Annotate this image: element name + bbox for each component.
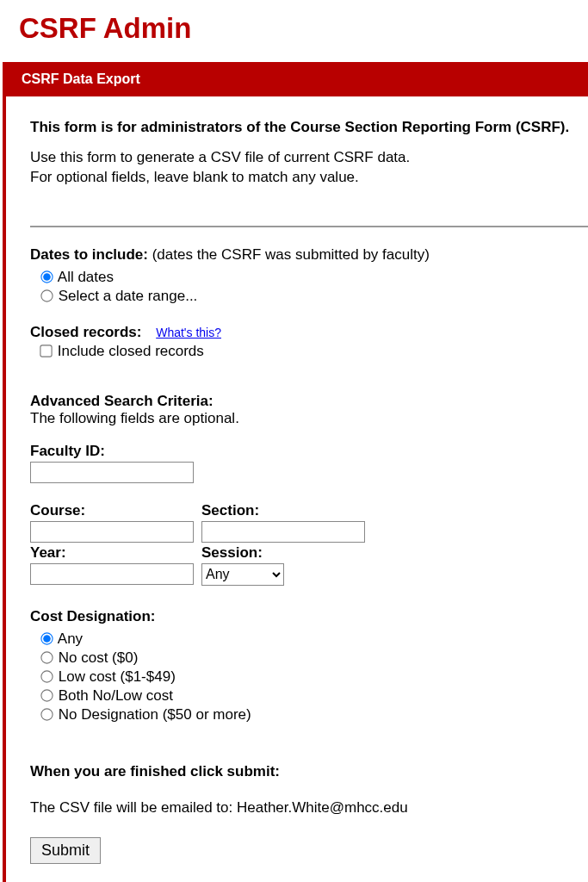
email-prefix: The CSV file will be emailed to: — [30, 799, 237, 816]
section-label: Section: — [201, 502, 369, 519]
dates-radio-range[interactable] — [40, 289, 53, 301]
advanced-subtitle: The following fields are optional. — [30, 410, 588, 427]
closed-label: Closed records: — [30, 324, 141, 340]
include-closed-checkbox[interactable] — [40, 345, 52, 357]
panel-body: This form is for administrators of the C… — [6, 96, 588, 882]
dates-radio-all[interactable] — [40, 270, 53, 283]
course-grid: Course: Section: Year: Session: Any — [30, 502, 588, 586]
cost-radio-none-label: No Designation ($50 or more) — [59, 706, 251, 723]
cost-radio-both-label: Both No/Low cost — [59, 687, 173, 704]
dates-label: Dates to include: — [30, 246, 148, 263]
course-label: Course: — [30, 502, 198, 519]
dates-radio-all-label: All dates — [58, 269, 114, 285]
divider — [30, 226, 588, 227]
session-select[interactable]: Any — [201, 563, 284, 586]
cost-radio-no-label: No cost ($0) — [59, 649, 139, 666]
dates-radio-range-label: Select a date range... — [59, 288, 198, 304]
panel-header: CSRF Data Export — [6, 62, 588, 96]
cost-radio-no[interactable] — [40, 651, 53, 663]
cost-radio-low-label: Low cost ($1-$49) — [59, 668, 176, 685]
finish-title: When you are finished click submit: — [30, 763, 588, 780]
year-label: Year: — [30, 544, 198, 562]
cost-radio-both[interactable] — [40, 689, 53, 701]
email-address: Heather.White@mhcc.edu — [237, 799, 408, 816]
section-input[interactable] — [201, 521, 365, 543]
intro-heading: This form is for administrators of the C… — [30, 119, 588, 136]
intro-line-1: Use this form to generate a CSV file of … — [30, 148, 588, 168]
cost-block: Cost Designation: Any No cost ($0) Low c… — [30, 608, 588, 724]
faculty-id-block: Faculty ID: — [30, 443, 588, 483]
course-input[interactable] — [30, 521, 194, 543]
cost-radio-none[interactable] — [40, 708, 53, 720]
email-line: The CSV file will be emailed to: Heather… — [30, 799, 588, 817]
cost-radio-any-label: Any — [58, 630, 83, 647]
whats-this-link[interactable]: What's this? — [156, 326, 221, 339]
closed-block: Closed records: What's this? Include clo… — [30, 324, 588, 360]
faculty-id-label: Faculty ID: — [30, 443, 588, 460]
dates-block: Dates to include: (dates the CSRF was su… — [30, 246, 588, 305]
cost-radio-any[interactable] — [40, 632, 53, 644]
intro-line-2: For optional fields, leave blank to matc… — [30, 168, 588, 188]
cost-radio-low[interactable] — [40, 670, 53, 682]
session-label: Session: — [201, 544, 369, 562]
dates-hint: (dates the CSRF was submitted by faculty… — [152, 246, 430, 263]
year-input[interactable] — [30, 563, 194, 585]
cost-label: Cost Designation: — [30, 608, 588, 625]
advanced-title: Advanced Search Criteria: — [30, 393, 588, 410]
submit-button[interactable]: Submit — [30, 837, 101, 864]
export-panel: CSRF Data Export This form is for admini… — [3, 62, 588, 882]
page-title: CSRF Admin — [19, 12, 588, 45]
finish-block: When you are finished click submit: The … — [30, 763, 588, 864]
faculty-id-input[interactable] — [30, 462, 194, 483]
include-closed-label: Include closed records — [58, 343, 204, 359]
